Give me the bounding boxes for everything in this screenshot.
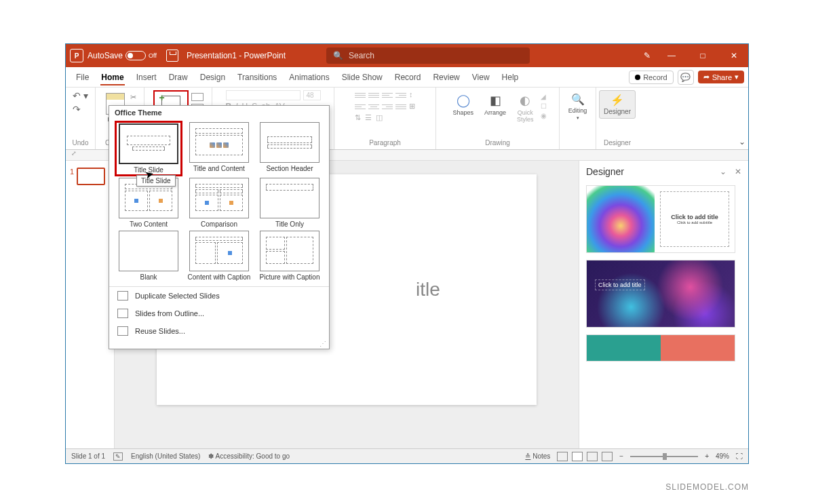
justify-button[interactable] bbox=[395, 102, 406, 111]
tab-slideshow[interactable]: Slide Show bbox=[336, 67, 389, 87]
duplicate-icon bbox=[117, 291, 128, 301]
layout-picture-caption[interactable]: Picture with Caption bbox=[257, 231, 322, 281]
designer-pane: Designer ⌄ ✕ Click to add title Click to… bbox=[579, 161, 748, 448]
shapes-button[interactable]: ◯ Shapes bbox=[448, 90, 478, 119]
line-spacing-button[interactable]: ↕ bbox=[409, 90, 413, 100]
ribbon-expand-button[interactable]: ⌄ bbox=[739, 137, 745, 147]
tab-help[interactable]: Help bbox=[496, 67, 525, 87]
autosave-toggle[interactable]: AutoSave Off bbox=[88, 51, 157, 60]
quick-styles-button[interactable]: ◐ Quick Styles bbox=[513, 90, 538, 125]
layout-icon[interactable] bbox=[191, 93, 204, 101]
layout-grid: Title Slide ➤ Title Slide Title and Cont… bbox=[109, 119, 329, 286]
title-placeholder-partial: itle bbox=[416, 279, 440, 301]
designer-button[interactable]: ⚡ Designer bbox=[599, 90, 636, 119]
arrange-button[interactable]: ◧ Arrange bbox=[480, 90, 510, 119]
shape-outline-button[interactable]: ☐ bbox=[541, 102, 547, 110]
tab-draw[interactable]: Draw bbox=[163, 67, 194, 87]
toggle-switch-icon[interactable] bbox=[125, 51, 146, 60]
columns-button[interactable]: ⊞ bbox=[409, 102, 415, 111]
zoom-out-button[interactable]: − bbox=[619, 452, 623, 460]
zoom-slider[interactable] bbox=[630, 456, 698, 457]
chevron-down-icon[interactable]: ⌄ bbox=[720, 167, 726, 176]
layout-section-header[interactable]: Section Header bbox=[257, 122, 322, 175]
notes-button[interactable]: ≙ Notes bbox=[525, 452, 550, 460]
record-dot-icon bbox=[635, 75, 640, 80]
font-family-select[interactable] bbox=[226, 90, 301, 100]
close-pane-button[interactable]: ✕ bbox=[735, 167, 741, 176]
layout-title-only[interactable]: Title Only bbox=[257, 178, 322, 228]
layout-content-caption[interactable]: Content with Caption bbox=[187, 231, 252, 281]
tab-view[interactable]: View bbox=[466, 67, 496, 87]
outline-icon bbox=[117, 309, 128, 318]
layout-blank[interactable]: Blank bbox=[116, 231, 181, 281]
titlebar: P AutoSave Off Presentation1 - PowerPoin… bbox=[66, 44, 748, 67]
tab-transitions[interactable]: Transitions bbox=[231, 67, 283, 87]
share-button[interactable]: ➦Share ▾ bbox=[698, 71, 744, 83]
maximize-button[interactable]: □ bbox=[693, 45, 713, 66]
tab-insert[interactable]: Insert bbox=[130, 67, 163, 87]
save-icon[interactable] bbox=[166, 50, 178, 62]
search-icon: 🔍 bbox=[333, 51, 343, 60]
align-right-button[interactable] bbox=[382, 102, 393, 111]
minimize-button[interactable]: — bbox=[661, 45, 682, 66]
collapse-button[interactable]: ⤢ bbox=[71, 150, 77, 160]
font-size-select[interactable]: 48 bbox=[303, 90, 321, 100]
tab-home[interactable]: Home bbox=[95, 67, 130, 87]
shape-effects-button[interactable]: ◉ bbox=[541, 112, 547, 119]
layout-title-content[interactable]: Title and Content bbox=[187, 122, 252, 175]
language-status[interactable]: English (United States) bbox=[131, 452, 200, 460]
design-card-3[interactable] bbox=[586, 334, 735, 362]
smartart-button[interactable]: ◫ bbox=[376, 113, 383, 122]
sorter-view-button[interactable] bbox=[572, 452, 583, 461]
bullets-button[interactable] bbox=[355, 90, 366, 100]
chevron-down-icon: ▾ bbox=[735, 73, 739, 81]
watermark: SLIDEMODEL.COM bbox=[665, 482, 749, 492]
cut-icon[interactable]: ✂ bbox=[130, 93, 138, 102]
redo-icon[interactable]: ↷ bbox=[73, 104, 88, 115]
pen-icon[interactable]: ✎ bbox=[644, 51, 651, 60]
indent-dec-button[interactable] bbox=[382, 90, 393, 100]
align-text-button[interactable]: ☰ bbox=[365, 113, 372, 122]
design-card-2[interactable]: Click to add title bbox=[586, 260, 735, 328]
tab-design[interactable]: Design bbox=[194, 67, 231, 87]
align-left-button[interactable] bbox=[355, 102, 366, 111]
thumbnail-pane: 1 bbox=[66, 161, 115, 448]
fit-window-button[interactable]: ⛶ bbox=[736, 452, 743, 460]
tab-animations[interactable]: Animations bbox=[283, 67, 335, 87]
editing-button[interactable]: 🔍 Editing ▾ bbox=[564, 90, 592, 123]
slides-from-outline-action[interactable]: Slides from Outline... bbox=[109, 305, 329, 322]
numbering-button[interactable] bbox=[368, 90, 379, 100]
tab-file[interactable]: File bbox=[70, 67, 95, 87]
record-button[interactable]: Record bbox=[629, 71, 673, 84]
layout-comparison[interactable]: Comparison bbox=[187, 178, 252, 228]
styles-icon: ◐ bbox=[520, 93, 530, 108]
normal-view-button[interactable] bbox=[557, 452, 568, 461]
thumbnail-number: 1 bbox=[70, 168, 74, 176]
align-center-button[interactable] bbox=[368, 102, 379, 111]
slide-counter[interactable]: Slide 1 of 1 bbox=[71, 452, 105, 460]
slideshow-view-button[interactable] bbox=[602, 452, 613, 461]
reuse-slides-action[interactable]: Reuse Slides... bbox=[109, 322, 329, 340]
accessibility-status[interactable]: ✽ Accessibility: Good to go bbox=[208, 452, 290, 460]
thumbnail-slide-1[interactable]: 1 bbox=[70, 168, 110, 185]
tab-record[interactable]: Record bbox=[389, 67, 427, 87]
paragraph-group: ↕ ⊞ ⇅ ☰ ◫ Paragraph bbox=[334, 88, 436, 149]
zoom-in-button[interactable]: + bbox=[705, 452, 709, 460]
close-button[interactable]: ✕ bbox=[724, 45, 744, 66]
layout-title-slide[interactable]: Title Slide ➤ Title Slide bbox=[116, 122, 181, 175]
comments-button[interactable]: 💬 bbox=[678, 70, 694, 85]
reading-view-button[interactable] bbox=[587, 452, 598, 461]
duplicate-slides-action[interactable]: Duplicate Selected Slides bbox=[109, 287, 329, 305]
undo-icon[interactable]: ↶ ▾ bbox=[73, 90, 88, 101]
tab-review[interactable]: Review bbox=[427, 67, 465, 87]
resize-grip-icon[interactable]: ⋰ bbox=[109, 340, 329, 349]
text-direction-button[interactable]: ⇅ bbox=[355, 113, 361, 122]
spell-check-icon[interactable]: ✎ bbox=[113, 452, 123, 461]
zoom-level[interactable]: 49% bbox=[716, 452, 729, 460]
search-input[interactable]: 🔍 Search bbox=[326, 47, 530, 64]
indent-inc-button[interactable] bbox=[395, 90, 406, 100]
autosave-label: AutoSave bbox=[88, 51, 123, 60]
drawing-label: Drawing bbox=[485, 139, 510, 147]
design-card-1[interactable]: Click to add title Click to add subtitle bbox=[586, 185, 735, 253]
shape-fill-button[interactable]: ◢ bbox=[541, 93, 547, 100]
